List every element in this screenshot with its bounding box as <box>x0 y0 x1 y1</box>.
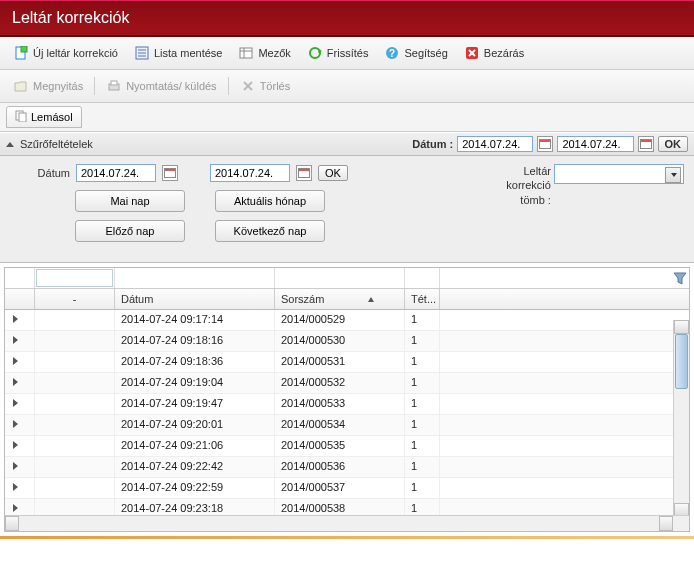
expand-icon[interactable] <box>5 394 35 414</box>
today-button[interactable]: Mai nap <box>75 190 185 212</box>
expand-icon[interactable] <box>5 331 35 351</box>
footer-divider <box>0 536 694 539</box>
cell-number: 2014/000532 <box>275 373 405 393</box>
scroll-left-icon[interactable] <box>5 516 19 531</box>
scroll-thumb[interactable] <box>675 334 688 389</box>
cell-blank <box>35 352 115 372</box>
cell-number: 2014/000534 <box>275 415 405 435</box>
tomb-combo[interactable] <box>554 164 684 184</box>
cell-number: 2014/000531 <box>275 352 405 372</box>
expand-icon[interactable] <box>5 499 35 515</box>
save-list-button[interactable]: Lista mentése <box>127 41 229 65</box>
scroll-up-icon[interactable] <box>674 320 689 334</box>
fields-icon <box>238 45 254 61</box>
table-row[interactable]: 2014-07-24 09:22:592014/0005371 <box>5 478 689 499</box>
table-row[interactable]: 2014-07-24 09:23:182014/0005381 <box>5 499 689 515</box>
expand-icon[interactable] <box>5 373 35 393</box>
data-grid: - Dátum Sorszám Tét... 2014-07-24 09:17:… <box>4 267 690 532</box>
cell-blank <box>35 331 115 351</box>
cell-item: 1 <box>405 331 440 351</box>
col-item[interactable]: Tét... <box>405 289 440 309</box>
date-from-top[interactable]: 2014.07.24. <box>457 136 533 152</box>
fields-label: Mezők <box>258 47 290 59</box>
cell-blank <box>35 478 115 498</box>
open-label: Megnyitás <box>33 80 83 92</box>
col-blank[interactable]: - <box>35 289 115 309</box>
calendar-icon[interactable] <box>162 165 178 181</box>
expand-icon[interactable] <box>5 415 35 435</box>
calendar-icon[interactable] <box>537 136 553 152</box>
refresh-button[interactable]: Frissítés <box>300 41 376 65</box>
ok-button[interactable]: OK <box>318 165 348 181</box>
prev-day-button[interactable]: Előző nap <box>75 220 185 242</box>
print-button[interactable]: Nyomtatás/ küldés <box>99 74 223 98</box>
svg-text:?: ? <box>389 48 395 59</box>
close-button[interactable]: Bezárás <box>457 41 531 65</box>
col-expand[interactable] <box>5 289 35 309</box>
cell-date: 2014-07-24 09:22:42 <box>115 457 275 477</box>
fields-button[interactable]: Mezők <box>231 41 297 65</box>
date-label-top: Dátum : <box>412 138 453 150</box>
horizontal-scrollbar[interactable] <box>5 515 689 531</box>
save-list-icon <box>134 45 150 61</box>
table-row[interactable]: 2014-07-24 09:20:012014/0005341 <box>5 415 689 436</box>
table-row[interactable]: 2014-07-24 09:21:062014/0005351 <box>5 436 689 457</box>
cell-date: 2014-07-24 09:18:16 <box>115 331 275 351</box>
open-button[interactable]: Megnyitás <box>6 74 90 98</box>
expand-icon[interactable] <box>5 457 35 477</box>
expand-icon[interactable] <box>5 310 35 330</box>
cell-item: 1 <box>405 352 440 372</box>
current-month-button[interactable]: Aktuális hónap <box>215 190 325 212</box>
page-title: Leltár korrekciók <box>0 0 694 37</box>
delete-label: Törlés <box>260 80 291 92</box>
filter-blank-input[interactable] <box>36 269 113 287</box>
cell-number: 2014/000538 <box>275 499 405 515</box>
cell-number: 2014/000533 <box>275 394 405 414</box>
filter-header[interactable]: Szűrőfeltételek Dátum : 2014.07.24. 2014… <box>0 132 694 156</box>
col-number[interactable]: Sorszám <box>275 289 405 309</box>
table-row[interactable]: 2014-07-24 09:18:362014/0005311 <box>5 352 689 373</box>
col-date[interactable]: Dátum <box>115 289 275 309</box>
expand-icon[interactable] <box>5 352 35 372</box>
delete-icon <box>240 78 256 94</box>
cell-date: 2014-07-24 09:23:18 <box>115 499 275 515</box>
next-day-button[interactable]: Következő nap <box>215 220 325 242</box>
table-row[interactable]: 2014-07-24 09:19:472014/0005331 <box>5 394 689 415</box>
new-button[interactable]: Új leltár korrekció <box>6 41 125 65</box>
document-new-icon <box>13 45 29 61</box>
table-row[interactable]: 2014-07-24 09:18:162014/0005301 <box>5 331 689 352</box>
cell-blank <box>35 436 115 456</box>
cell-item: 1 <box>405 310 440 330</box>
help-button[interactable]: ? Segítség <box>377 41 454 65</box>
table-row[interactable]: 2014-07-24 09:22:422014/0005361 <box>5 457 689 478</box>
svg-rect-21 <box>19 113 26 122</box>
expand-icon[interactable] <box>5 478 35 498</box>
cell-date: 2014-07-24 09:19:04 <box>115 373 275 393</box>
expand-icon[interactable] <box>5 436 35 456</box>
calendar-icon[interactable] <box>638 136 654 152</box>
table-row[interactable]: 2014-07-24 09:19:042014/0005321 <box>5 373 689 394</box>
tab-copy[interactable]: Lemásol <box>6 106 82 128</box>
calendar-icon[interactable] <box>296 165 312 181</box>
date-label: Dátum <box>10 167 70 179</box>
scroll-right-icon[interactable] <box>659 516 673 531</box>
close-icon <box>464 45 480 61</box>
refresh-label: Frissítés <box>327 47 369 59</box>
filter-icon[interactable] <box>673 272 687 286</box>
cell-date: 2014-07-24 09:20:01 <box>115 415 275 435</box>
filter-body: Dátum 2014.07.24. 2014.07.24. OK Mai nap… <box>0 156 694 263</box>
date-to-top[interactable]: 2014.07.24. <box>557 136 633 152</box>
ok-button-top[interactable]: OK <box>658 136 689 152</box>
refresh-icon <box>307 45 323 61</box>
cell-number: 2014/000536 <box>275 457 405 477</box>
cell-date: 2014-07-24 09:18:36 <box>115 352 275 372</box>
cell-blank <box>35 394 115 414</box>
date-to-input[interactable]: 2014.07.24. <box>210 164 290 182</box>
grid-body: 2014-07-24 09:17:142014/00052912014-07-2… <box>5 310 689 515</box>
delete-button[interactable]: Törlés <box>233 74 298 98</box>
tab-row: Lemásol <box>0 103 694 132</box>
folder-open-icon <box>13 78 29 94</box>
date-from-input[interactable]: 2014.07.24. <box>76 164 156 182</box>
vertical-scrollbar[interactable] <box>673 320 689 517</box>
table-row[interactable]: 2014-07-24 09:17:142014/0005291 <box>5 310 689 331</box>
